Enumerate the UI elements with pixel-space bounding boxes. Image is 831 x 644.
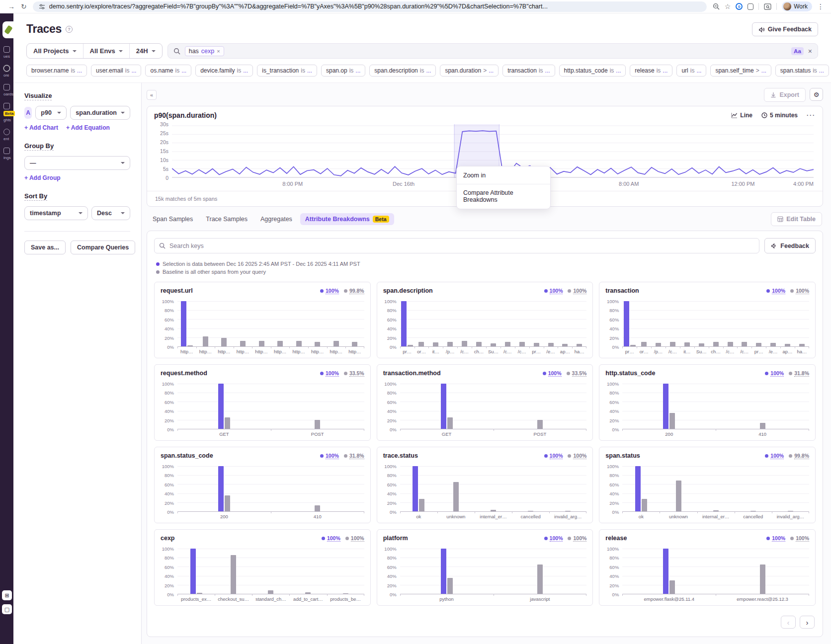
- add-chart-button[interactable]: + Add Chart: [24, 124, 58, 131]
- query-search-bar[interactable]: has cexp × Aa ×: [167, 43, 818, 59]
- bar-group-GET[interactable]: [400, 384, 494, 429]
- address-bar[interactable]: demo.sentry.io/explore/traces/?aggregate…: [33, 1, 707, 12]
- compare-queries-button[interactable]: Compare Queries: [71, 241, 135, 254]
- give-feedback-button[interactable]: Give Feedback: [752, 22, 818, 36]
- extensions-icon[interactable]: [748, 3, 753, 10]
- legend-baseline-percent[interactable]: 33.5%: [572, 370, 587, 377]
- extension-badge-icon[interactable]: 0: [736, 3, 743, 10]
- bar-group-unknown[interactable]: [437, 466, 475, 511]
- bar-group-/c…[interactable]: [500, 301, 515, 346]
- edit-table-button[interactable]: Edit Table: [771, 212, 822, 226]
- filter-chip-http.status_code[interactable]: http.status_codeis...: [559, 65, 626, 77]
- add-equation-button[interactable]: + Add Equation: [66, 124, 110, 131]
- legend-selection-percent[interactable]: 100%: [772, 288, 785, 294]
- bar-group-410[interactable]: [271, 466, 364, 511]
- bar-group-http…[interactable]: [327, 301, 346, 346]
- bar-group-cancelled[interactable]: [735, 466, 772, 511]
- bar-group-ch…[interactable]: [472, 301, 486, 346]
- bar-group-add_to_cart…[interactable]: [289, 549, 327, 594]
- settings-gear-button[interactable]: ⚙: [810, 88, 823, 101]
- help-icon[interactable]: ?: [66, 26, 73, 33]
- bar-group-/c…[interactable]: [723, 301, 738, 346]
- reload-icon[interactable]: ↻: [21, 3, 27, 10]
- chart-type-toggle[interactable]: Line: [731, 112, 752, 119]
- bar-group-cancelled[interactable]: [512, 466, 549, 511]
- sort-direction-select[interactable]: Desc: [91, 206, 130, 220]
- legend-baseline-percent[interactable]: 100%: [796, 288, 809, 294]
- sidebar-item-dashboards[interactable]: oards: [3, 84, 13, 96]
- bar-group-POST[interactable]: [494, 384, 587, 429]
- collapse-panel-button[interactable]: «: [147, 90, 157, 100]
- bar-group-/p…[interactable]: [651, 301, 665, 346]
- bar-group-http…[interactable]: [308, 301, 327, 346]
- group-by-select[interactable]: —: [24, 156, 130, 170]
- bar-group-http…[interactable]: [196, 301, 215, 346]
- bar-group-/c…[interactable]: [457, 301, 472, 346]
- tab-aggregates[interactable]: Aggregates: [255, 213, 297, 225]
- legend-baseline-percent[interactable]: 99.8%: [349, 288, 364, 294]
- legend-selection-percent[interactable]: 100%: [550, 288, 563, 294]
- add-group-button[interactable]: + Add Group: [24, 174, 61, 181]
- sidebar-item-issues[interactable]: ues: [3, 46, 10, 59]
- legend-baseline-percent[interactable]: 100%: [351, 535, 364, 542]
- legend-selection-percent[interactable]: 100%: [326, 288, 339, 294]
- legend-baseline-percent[interactable]: 31.8%: [794, 370, 809, 377]
- legend-baseline-percent[interactable]: 99.8%: [794, 453, 809, 459]
- time-range-dropdown[interactable]: 24H: [129, 44, 162, 58]
- bar-group-http…[interactable]: [271, 301, 290, 346]
- filter-token-has-cexp[interactable]: has cexp ×: [185, 46, 224, 56]
- legend-selection-percent[interactable]: 100%: [326, 453, 339, 459]
- sidebar-item-explore[interactable]: ore: [3, 65, 10, 78]
- bar-group-/p…[interactable]: [443, 301, 457, 346]
- legend-selection-percent[interactable]: 100%: [548, 370, 562, 377]
- filter-chip-release[interactable]: releaseis...: [630, 65, 672, 77]
- bar-group-pr…[interactable]: [400, 301, 415, 346]
- clear-search-icon[interactable]: ×: [808, 47, 812, 55]
- bar-group-200[interactable]: [622, 384, 716, 429]
- save-as-button[interactable]: Save as...: [24, 241, 66, 254]
- legend-selection-percent[interactable]: 100%: [327, 535, 340, 542]
- previous-page-button[interactable]: ‹: [781, 616, 796, 629]
- context-menu-compare-breakdowns[interactable]: Compare Attribute Breakdowns: [457, 186, 550, 207]
- bar-group-ha…[interactable]: [572, 301, 586, 346]
- filter-chip-browser.name[interactable]: browser.nameis...: [26, 65, 87, 77]
- tab-span-samples[interactable]: Span Samples: [148, 213, 198, 225]
- bar-group-pr…[interactable]: [529, 301, 544, 346]
- bar-group-http…[interactable]: [177, 301, 196, 346]
- bar-group-invalid_arg…[interactable]: [772, 466, 809, 511]
- bar-group-products_be…[interactable]: [327, 549, 364, 594]
- case-sensitivity-toggle[interactable]: Aa: [791, 47, 804, 55]
- environments-dropdown[interactable]: All Envs: [83, 44, 129, 58]
- interval-selector[interactable]: 5 minutes: [761, 112, 798, 119]
- bar-group-ok[interactable]: [622, 466, 660, 511]
- bar-group-ap…[interactable]: [558, 301, 572, 346]
- browser-menu-icon[interactable]: ⋮: [817, 3, 824, 10]
- bar-group-Su…[interactable]: [486, 301, 500, 346]
- browser-profile-chip[interactable]: Work: [782, 1, 812, 11]
- filter-chip-url[interactable]: urlis...: [676, 65, 706, 77]
- bar-group-products_ex…[interactable]: [177, 549, 215, 594]
- legend-baseline-percent[interactable]: 33.5%: [349, 370, 364, 377]
- tab-attribute-breakdowns[interactable]: Attribute BreakdownsBeta: [300, 213, 394, 225]
- filter-chip-is_transaction[interactable]: is_transactionis...: [257, 65, 317, 77]
- bar-group-http…[interactable]: [234, 301, 252, 346]
- bar-group-pr…[interactable]: [751, 301, 766, 346]
- filter-chip-os.name[interactable]: os.nameis...: [145, 65, 191, 77]
- bar-group-ha…[interactable]: [795, 301, 809, 346]
- bar-group-pr…[interactable]: [622, 301, 637, 346]
- legend-selection-percent[interactable]: 100%: [770, 453, 784, 459]
- search-keys-input[interactable]: [154, 238, 759, 253]
- legend-baseline-percent[interactable]: 100%: [573, 535, 586, 542]
- bookmark-star-icon[interactable]: ☆: [725, 3, 731, 10]
- export-button[interactable]: Export: [764, 88, 806, 102]
- side-panel-search-icon[interactable]: [764, 3, 771, 10]
- filter-chip-user.email[interactable]: user.emailis...: [91, 65, 141, 77]
- context-menu-zoom-in[interactable]: Zoom in: [457, 168, 550, 182]
- sidebar-item-insights[interactable]: Betaghts: [3, 103, 15, 122]
- filter-chip-span.description[interactable]: span.descriptionis...: [369, 65, 436, 77]
- aggregate-select[interactable]: p90: [35, 106, 67, 120]
- bar-group-unknown[interactable]: [660, 466, 697, 511]
- bar-group-/c…[interactable]: [515, 301, 529, 346]
- sidebar-item-settings[interactable]: ings: [3, 148, 11, 160]
- bar-group-empower.react@25.12.3[interactable]: [716, 549, 809, 594]
